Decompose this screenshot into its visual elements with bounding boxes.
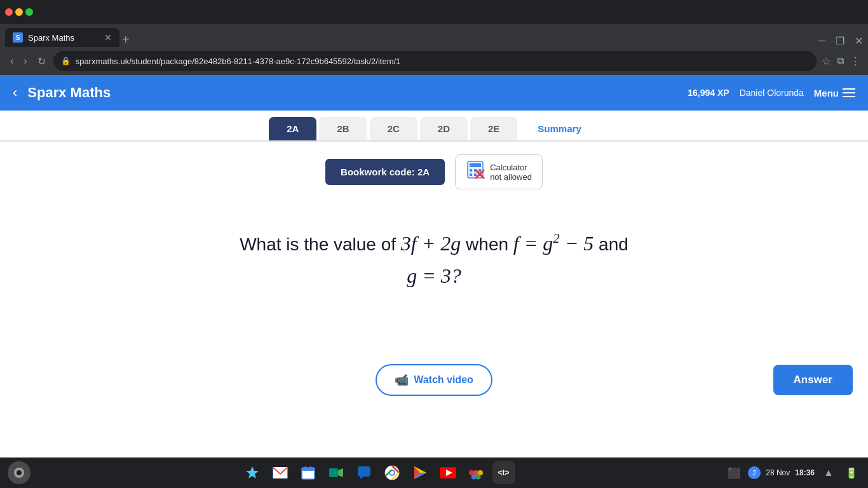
hamburger-icon — [843, 88, 855, 97]
content-area: Bookwork code: 2A Calculato — [0, 142, 868, 409]
new-tab-button[interactable]: + — [122, 32, 130, 47]
svg-rect-2 — [470, 169, 472, 172]
svg-point-34 — [475, 475, 480, 480]
expression-g-eq: g = 3? — [407, 264, 461, 287]
app-header: ‹ Sparx Maths 16,994 XP Daniel Olorunda … — [0, 75, 868, 111]
taskbar-date: 28 Nov — [766, 468, 790, 477]
watch-video-label: Watch video — [414, 374, 473, 386]
address-actions: ☆ ⧉ ⋮ — [822, 55, 860, 67]
taskbar-center: <t> — [32, 461, 724, 484]
tab-close-btn[interactable]: ✕ — [104, 32, 112, 43]
question-container: What is the value of 3f + 2g when f = g2… — [240, 227, 628, 292]
browser-tab-bar: S Sparx Maths ✕ + ─ ❐ ✕ — [0, 24, 868, 47]
menu-label: Menu — [814, 88, 839, 98]
code-icon[interactable]: <t> — [492, 461, 515, 484]
tab-2d[interactable]: 2D — [420, 117, 468, 140]
taskbar-time: 18:36 — [795, 468, 815, 477]
calculator-not-allowed: not allowed — [490, 172, 532, 182]
browser-tab[interactable]: S Sparx Maths ✕ — [5, 28, 119, 47]
bottom-bar: 📹 Watch video Answer — [0, 364, 868, 396]
calendar-icon[interactable] — [297, 461, 320, 484]
username-display: Daniel Olorunda — [740, 88, 804, 98]
watch-video-button[interactable]: 📹 Watch video — [376, 364, 492, 396]
chat-icon[interactable] — [353, 461, 376, 484]
browser-chrome — [0, 0, 868, 24]
tab-2c[interactable]: 2C — [370, 117, 417, 140]
close-icon[interactable]: ✕ — [855, 35, 863, 47]
bookmark-icon[interactable]: ☆ — [822, 55, 831, 67]
taskbar: <t> ⬛ 2 28 Nov 18:36 ▲ 🔋 — [0, 458, 868, 488]
url-text: sparxmaths.uk/student/package/82e482b6-8… — [76, 57, 401, 66]
minimize-icon[interactable]: ─ — [818, 35, 825, 47]
notification-badge[interactable]: 2 — [748, 466, 761, 479]
address-bar-row: ‹ › ↻ 🔒 sparxmaths.uk/student/package/82… — [0, 47, 868, 75]
assistant-icon[interactable] — [241, 461, 264, 484]
chrome-menu-icon[interactable]: ⋮ — [850, 55, 860, 67]
tabs-bar: 2A 2B 2C 2D 2E Summary — [0, 111, 868, 142]
xp-display: 16,994 XP — [688, 88, 729, 98]
answer-button[interactable]: Answer — [773, 365, 853, 395]
svg-rect-20 — [329, 468, 338, 477]
window-controls: ─ ❐ ✕ — [818, 35, 863, 47]
address-bar[interactable]: 🔒 sparxmaths.uk/student/package/82e482b6… — [53, 51, 817, 71]
calculator-text: Calculator not allowed — [490, 163, 532, 182]
chrome-icon[interactable] — [381, 461, 403, 484]
svg-rect-1 — [470, 163, 481, 167]
svg-point-11 — [17, 470, 22, 475]
svg-rect-17 — [302, 468, 315, 471]
app-back-button[interactable]: ‹ — [13, 85, 17, 101]
tab-summary[interactable]: Summary — [520, 117, 599, 140]
refresh-button[interactable]: ↻ — [35, 53, 48, 70]
bookwork-row: Bookwork code: 2A Calculato — [325, 154, 543, 189]
favicon: S — [13, 32, 23, 43]
tab-2b[interactable]: 2B — [319, 117, 367, 140]
app-title: Sparx Maths — [27, 85, 111, 101]
calculator-badge: Calculator not allowed — [455, 154, 543, 189]
svg-point-36 — [469, 470, 474, 475]
back-nav-button[interactable]: ‹ — [8, 53, 16, 69]
svg-rect-22 — [358, 466, 370, 477]
extension-icon[interactable]: ⧉ — [837, 55, 844, 67]
meet-icon[interactable] — [325, 461, 348, 484]
menu-button[interactable]: Menu — [814, 88, 855, 98]
svg-rect-5 — [470, 173, 472, 176]
tab-2a[interactable]: 2A — [269, 117, 316, 140]
maximize-icon[interactable]: ❐ — [836, 35, 844, 47]
gmail-icon[interactable] — [269, 461, 292, 484]
video-camera-icon: 📹 — [395, 373, 409, 387]
photos-icon[interactable] — [465, 461, 487, 484]
svg-marker-21 — [338, 468, 343, 477]
calculator-icon — [466, 160, 485, 184]
svg-rect-6 — [474, 173, 477, 176]
expression-3f-2g: 3f + 2g — [401, 232, 461, 255]
security-icon: 🔒 — [61, 57, 71, 65]
expression-f-eq: f = g2 − 5 — [513, 232, 593, 255]
wifi-icon[interactable]: ▲ — [820, 464, 837, 482]
taskbar-right: ⬛ 2 28 Nov 18:36 ▲ 🔋 — [725, 464, 860, 482]
forward-nav-button[interactable]: › — [21, 53, 29, 69]
svg-marker-12 — [246, 466, 259, 478]
header-right: 16,994 XP Daniel Olorunda Menu — [688, 88, 855, 98]
tab-2e[interactable]: 2E — [470, 117, 517, 140]
calculator-label: Calculator — [490, 163, 532, 172]
bookwork-code-badge: Bookwork code: 2A — [325, 159, 445, 185]
youtube-icon[interactable] — [437, 461, 459, 484]
screenshot-icon[interactable]: ⬛ — [725, 464, 743, 482]
battery-icon[interactable]: 🔋 — [843, 464, 860, 482]
taskbar-launcher-icon[interactable] — [8, 461, 31, 484]
tab-title: Sparx Maths — [28, 33, 74, 43]
svg-rect-4 — [478, 169, 481, 172]
question-text: What is the value of 3f + 2g when f = g2… — [240, 227, 628, 292]
playstore-icon[interactable] — [409, 461, 431, 484]
